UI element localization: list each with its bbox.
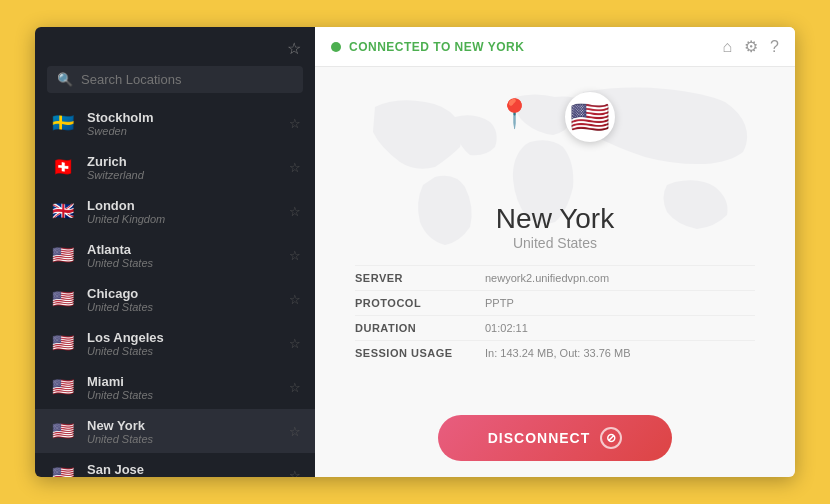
city-name: New York: [496, 203, 614, 235]
flag-stockholm: 🇸🇪: [49, 109, 77, 137]
location-country-stockholm: Sweden: [87, 125, 279, 137]
map-pin-icon: 📍: [497, 97, 532, 130]
info-row-1: PROTOCOL PPTP: [355, 290, 755, 315]
map-area: 📍 🇺🇸 New York United States SERVER newyo…: [315, 67, 795, 401]
location-name-chicago: Chicago: [87, 286, 279, 301]
info-row-0: SERVER newyork2.unifiedvpn.com: [355, 265, 755, 290]
connection-status: CONNECTED TO NEW YORK: [331, 40, 524, 54]
location-country-new-york: United States: [87, 433, 279, 445]
info-label-2: DURATION: [355, 322, 485, 334]
sidebar-header: ☆: [35, 27, 315, 66]
location-name-zurich: Zurich: [87, 154, 279, 169]
info-label-3: SESSION USAGE: [355, 347, 485, 359]
search-input[interactable]: [81, 72, 293, 87]
disconnect-area: DISCONNECT ⊘: [315, 401, 795, 477]
location-star-stockholm[interactable]: ☆: [289, 116, 301, 131]
location-item-new-york[interactable]: 🇺🇸 New York United States ☆: [35, 409, 315, 453]
flag-chicago: 🇺🇸: [49, 285, 77, 313]
country-flag-badge: 🇺🇸: [565, 92, 615, 142]
location-name-miami: Miami: [87, 374, 279, 389]
header-icons: ⌂ ⚙ ?: [722, 37, 779, 56]
location-country-zurich: Switzerland: [87, 169, 279, 181]
country-name: United States: [513, 235, 597, 251]
home-icon[interactable]: ⌂: [722, 38, 732, 56]
location-star-atlanta[interactable]: ☆: [289, 248, 301, 263]
location-item-chicago[interactable]: 🇺🇸 Chicago United States ☆: [35, 277, 315, 321]
info-label-0: SERVER: [355, 272, 485, 284]
info-value-1: PPTP: [485, 297, 514, 309]
location-name-stockholm: Stockholm: [87, 110, 279, 125]
flag-los-angeles: 🇺🇸: [49, 329, 77, 357]
location-name-new-york: New York: [87, 418, 279, 433]
location-star-chicago[interactable]: ☆: [289, 292, 301, 307]
info-value-3: In: 143.24 MB, Out: 33.76 MB: [485, 347, 631, 359]
info-label-1: PROTOCOL: [355, 297, 485, 309]
location-info-london: London United Kingdom: [87, 198, 279, 225]
location-country-chicago: United States: [87, 301, 279, 313]
location-name-san-jose: San Jose: [87, 462, 279, 477]
location-pin: 📍: [497, 97, 532, 130]
location-star-zurich[interactable]: ☆: [289, 160, 301, 175]
location-star-miami[interactable]: ☆: [289, 380, 301, 395]
location-item-stockholm[interactable]: 🇸🇪 Stockholm Sweden ☆: [35, 101, 315, 145]
location-country-los-angeles: United States: [87, 345, 279, 357]
main-header: CONNECTED TO NEW YORK ⌂ ⚙ ?: [315, 27, 795, 67]
disconnect-button[interactable]: DISCONNECT ⊘: [438, 415, 673, 461]
flag-new-york: 🇺🇸: [49, 417, 77, 445]
location-star-new-york[interactable]: ☆: [289, 424, 301, 439]
location-info-los-angeles: Los Angeles United States: [87, 330, 279, 357]
location-info-new-york: New York United States: [87, 418, 279, 445]
status-text: CONNECTED TO NEW YORK: [349, 40, 524, 54]
disconnect-icon: ⊘: [600, 427, 622, 449]
location-item-london[interactable]: 🇬🇧 London United Kingdom ☆: [35, 189, 315, 233]
flag-san-jose: 🇺🇸: [49, 461, 77, 477]
search-bar[interactable]: 🔍: [47, 66, 303, 93]
flag-atlanta: 🇺🇸: [49, 241, 77, 269]
info-row-3: SESSION USAGE In: 143.24 MB, Out: 33.76 …: [355, 340, 755, 365]
location-info-stockholm: Stockholm Sweden: [87, 110, 279, 137]
location-item-atlanta[interactable]: 🇺🇸 Atlanta United States ☆: [35, 233, 315, 277]
location-country-atlanta: United States: [87, 257, 279, 269]
location-star-london[interactable]: ☆: [289, 204, 301, 219]
location-country-london: United Kingdom: [87, 213, 279, 225]
flag-zurich: 🇨🇭: [49, 153, 77, 181]
location-star-los-angeles[interactable]: ☆: [289, 336, 301, 351]
connection-info: SERVER newyork2.unifiedvpn.com PROTOCOL …: [315, 265, 795, 365]
location-list: 🇸🇪 Stockholm Sweden ☆ 🇨🇭 Zurich Switzerl…: [35, 101, 315, 477]
sidebar: ☆ 🔍 🇸🇪 Stockholm Sweden ☆ 🇨🇭 Zurich Swit…: [35, 27, 315, 477]
location-info-atlanta: Atlanta United States: [87, 242, 279, 269]
location-info-zurich: Zurich Switzerland: [87, 154, 279, 181]
app-window: ☆ 🔍 🇸🇪 Stockholm Sweden ☆ 🇨🇭 Zurich Swit…: [35, 27, 795, 477]
flag-emoji: 🇺🇸: [570, 98, 610, 136]
location-info-miami: Miami United States: [87, 374, 279, 401]
info-value-0: newyork2.unifiedvpn.com: [485, 272, 609, 284]
map-overlay: 📍 🇺🇸 New York United States SERVER newyo…: [315, 77, 795, 365]
help-icon[interactable]: ?: [770, 38, 779, 56]
location-item-san-jose[interactable]: 🇺🇸 San Jose United States ☆: [35, 453, 315, 477]
settings-icon[interactable]: ⚙: [744, 37, 758, 56]
location-country-miami: United States: [87, 389, 279, 401]
favorite-star-icon[interactable]: ☆: [287, 39, 301, 58]
flag-london: 🇬🇧: [49, 197, 77, 225]
search-icon: 🔍: [57, 72, 73, 87]
location-name-atlanta: Atlanta: [87, 242, 279, 257]
status-dot: [331, 42, 341, 52]
location-star-san-jose[interactable]: ☆: [289, 468, 301, 478]
location-info-san-jose: San Jose United States: [87, 462, 279, 478]
info-row-2: DURATION 01:02:11: [355, 315, 755, 340]
location-name-los-angeles: Los Angeles: [87, 330, 279, 345]
disconnect-label: DISCONNECT: [488, 430, 591, 446]
location-item-miami[interactable]: 🇺🇸 Miami United States ☆: [35, 365, 315, 409]
location-info-chicago: Chicago United States: [87, 286, 279, 313]
info-value-2: 01:02:11: [485, 322, 528, 334]
map-pins: 📍 🇺🇸: [315, 77, 795, 197]
location-item-zurich[interactable]: 🇨🇭 Zurich Switzerland ☆: [35, 145, 315, 189]
location-name-london: London: [87, 198, 279, 213]
main-panel: CONNECTED TO NEW YORK ⌂ ⚙ ?: [315, 27, 795, 477]
location-item-los-angeles[interactable]: 🇺🇸 Los Angeles United States ☆: [35, 321, 315, 365]
location-country-san-jose: United States: [87, 477, 279, 478]
flag-miami: 🇺🇸: [49, 373, 77, 401]
